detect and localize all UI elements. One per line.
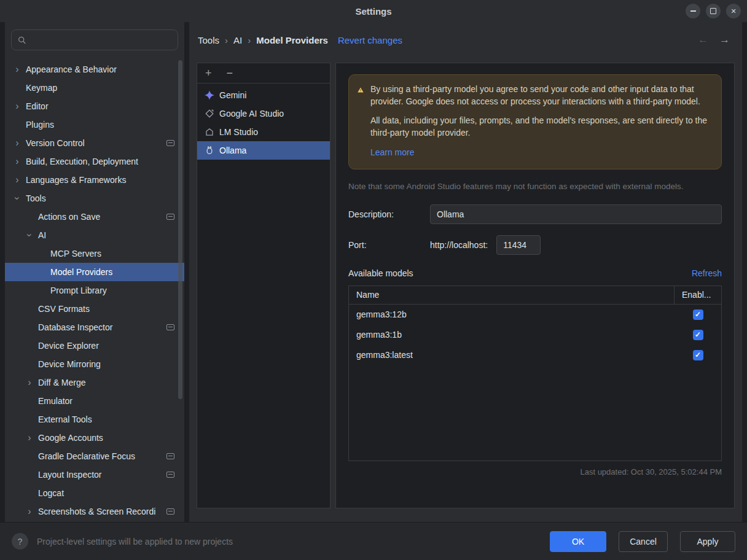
sidebar-item-keymap[interactable]: Keymap <box>5 79 184 97</box>
sidebar-item-mcp-servers[interactable]: MCP Servers <box>5 244 184 263</box>
history-nav <box>698 34 733 46</box>
window-controls <box>686 4 741 18</box>
close-button[interactable] <box>726 4 741 18</box>
warning-paragraph-2: All data, including your files, prompts,… <box>370 115 711 139</box>
chevron-right-icon <box>25 507 34 516</box>
add-provider-icon[interactable] <box>205 68 212 79</box>
sidebar-item-emulator[interactable]: Emulator <box>5 392 184 410</box>
gemini-icon <box>205 90 214 100</box>
model-row[interactable]: gemma3:latest <box>349 345 721 365</box>
model-row[interactable]: gemma3:12b <box>349 305 721 325</box>
chevron-right-icon <box>25 433 34 443</box>
sidebar-item-csv-formats[interactable]: CSV Formats <box>5 300 184 318</box>
sidebar-item-appearance-behavior[interactable]: Appearance & Behavior <box>5 60 184 79</box>
sidebar-item-device-explorer[interactable]: Device Explorer <box>5 336 184 355</box>
help-icon[interactable] <box>12 533 28 550</box>
sidebar-item-label: Languages & Frameworks <box>26 175 126 185</box>
model-name: gemma3:latest <box>349 350 675 360</box>
chevron-right-icon <box>12 101 22 111</box>
project-settings-icon <box>166 508 174 515</box>
provider-item-lm-studio[interactable]: LM Studio <box>197 123 330 141</box>
providers-list-panel: Gemini Google AI Studio LM Studio Ollama <box>197 63 330 508</box>
provider-item-gemini[interactable]: Gemini <box>197 86 330 104</box>
sidebar-item-external-tools[interactable]: External Tools <box>5 410 184 429</box>
warning-paragraph-1: By using a third-party model you agree t… <box>370 84 711 107</box>
model-enabled-checkbox[interactable] <box>693 350 703 360</box>
sidebar-item-device-mirroring[interactable]: Device Mirroring <box>5 355 184 373</box>
learn-more-link[interactable]: Learn more <box>370 147 415 159</box>
sidebar-item-label: Keymap <box>26 83 57 93</box>
port-input[interactable] <box>496 235 541 255</box>
sidebar-item-logcat[interactable]: Logcat <box>5 484 184 502</box>
column-header-enabled[interactable]: Enabl... <box>675 286 721 304</box>
sidebar-item-editor[interactable]: Editor <box>5 97 184 115</box>
breadcrumb-separator-icon <box>248 35 251 45</box>
sidebar-item-label: CSV Formats <box>38 304 90 314</box>
sidebar-item-label: Diff & Merge <box>38 378 86 387</box>
sidebar-item-actions-on-save[interactable]: Actions on Save <box>5 208 184 226</box>
sidebar-item-label: Google Accounts <box>38 433 103 443</box>
model-enabled-cell <box>675 309 721 320</box>
sidebar-item-database-inspector[interactable]: Database Inspector <box>5 318 184 336</box>
provider-item-google-ai-studio[interactable]: Google AI Studio <box>197 104 330 123</box>
sidebar-scrollbar[interactable] <box>178 60 182 399</box>
sidebar-item-languages-frameworks[interactable]: Languages & Frameworks <box>5 171 184 189</box>
back-arrow-icon[interactable] <box>698 34 708 46</box>
sidebar-item-label: Build, Execution, Deployment <box>26 157 138 166</box>
ok-button[interactable]: OK <box>550 531 606 552</box>
sidebar-item-version-control[interactable]: Version Control <box>5 134 184 152</box>
sidebar-item-tools[interactable]: Tools <box>5 189 184 208</box>
model-row[interactable]: gemma3:1b <box>349 325 721 345</box>
breadcrumb-ai[interactable]: AI <box>233 35 242 45</box>
sidebar-item-build-execution-deployment[interactable]: Build, Execution, Deployment <box>5 152 184 171</box>
description-row: Description: <box>348 204 722 224</box>
sidebar-item-gradle-declarative-focus[interactable]: Gradle Declarative Focus <box>5 447 184 465</box>
third-party-warning: By using a third-party model you agree t… <box>348 74 722 169</box>
model-enabled-checkbox[interactable] <box>693 309 703 320</box>
sidebar-item-ai[interactable]: AI <box>5 226 184 244</box>
content-area: Tools AI Model Providers Revert changes … <box>189 22 742 522</box>
provider-detail-panel: By using a third-party model you agree t… <box>335 63 735 508</box>
refresh-link[interactable]: Refresh <box>692 268 722 278</box>
sidebar-item-label: Plugins <box>26 120 54 130</box>
window-title: Settings <box>355 6 391 17</box>
remove-provider-icon[interactable] <box>227 68 233 79</box>
available-models-row: Available models Refresh <box>348 268 722 278</box>
sidebar-item-screenshots-screen-recording[interactable]: Screenshots & Screen Recordi <box>5 502 184 521</box>
apply-button[interactable]: Apply <box>680 531 735 552</box>
description-input[interactable] <box>430 204 722 224</box>
maximize-button[interactable] <box>706 4 721 18</box>
sidebar-item-label: Version Control <box>26 138 85 148</box>
sidebar-item-google-accounts[interactable]: Google Accounts <box>5 429 184 447</box>
breadcrumb-tools[interactable]: Tools <box>198 35 219 45</box>
sidebar-item-label: Editor <box>26 101 49 111</box>
model-enabled-cell <box>675 350 721 360</box>
model-providers-panels: Gemini Google AI Studio LM Studio Ollama… <box>197 63 735 508</box>
column-header-name[interactable]: Name <box>349 286 675 304</box>
search-input[interactable] <box>31 35 171 45</box>
sidebar-item-label: Prompt Library <box>50 286 107 295</box>
sidebar-item-diff-merge[interactable]: Diff & Merge <box>5 373 184 392</box>
model-name: gemma3:1b <box>349 330 675 340</box>
sidebar-item-label: Gradle Declarative Focus <box>38 451 135 461</box>
sidebar-item-plugins[interactable]: Plugins <box>5 115 184 134</box>
chevron-right-icon <box>12 138 22 148</box>
sidebar-item-label: Layout Inspector <box>38 470 102 480</box>
sidebar-item-model-providers[interactable]: Model Providers <box>5 263 184 281</box>
revert-changes-link[interactable]: Revert changes <box>338 35 402 45</box>
forward-arrow-icon[interactable] <box>719 34 730 46</box>
models-table-header: Name Enabl... <box>349 286 721 305</box>
minimize-button[interactable] <box>686 4 700 18</box>
external-models-note: Note that some Android Studio features m… <box>348 182 722 191</box>
settings-search-box[interactable] <box>11 29 178 50</box>
sidebar-item-layout-inspector[interactable]: Layout Inspector <box>5 465 184 484</box>
model-enabled-checkbox[interactable] <box>693 330 703 340</box>
sidebar-item-label: Model Providers <box>50 267 112 277</box>
cancel-button[interactable]: Cancel <box>619 531 668 552</box>
settings-tree: Appearance & Behavior Keymap Editor Plug… <box>5 60 184 521</box>
sidebar-item-prompt-library[interactable]: Prompt Library <box>5 281 184 300</box>
provider-item-ollama[interactable]: Ollama <box>197 141 330 160</box>
title-bar: Settings <box>0 0 747 22</box>
model-enabled-cell <box>675 330 721 340</box>
warning-icon <box>358 85 364 95</box>
